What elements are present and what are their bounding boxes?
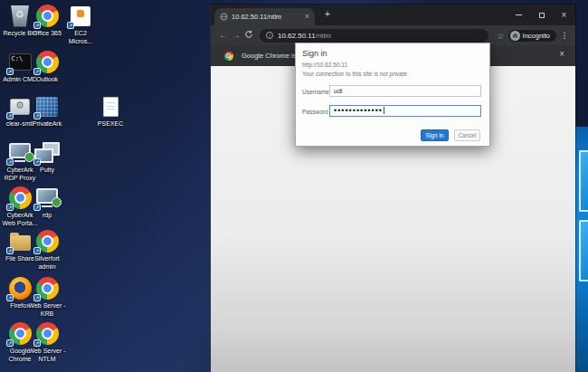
- bookmark-star-icon[interactable]: ☆: [497, 31, 505, 41]
- incognito-badge: Incognito: [508, 30, 556, 42]
- shortcut-arrow-badge: ↗: [33, 158, 41, 166]
- browser-tab[interactable]: 10.62.50.11/ntlm ×: [214, 8, 315, 25]
- rdp-icon-art: ↗: [32, 186, 62, 210]
- desktop-icon-label: Office 365: [28, 30, 66, 38]
- web-server-ntlm-icon-art: ↗: [32, 321, 62, 346]
- tab-close-icon[interactable]: ×: [305, 13, 309, 21]
- site-info-icon[interactable]: i: [266, 32, 273, 39]
- desktop-icon-psexec[interactable]: PSEXEC: [91, 94, 129, 129]
- desktop-icon-label: PrivateArk: [28, 120, 66, 129]
- shortcut-arrow-badge: ↗: [33, 294, 41, 301]
- desktop-icon-label: PSEXEC: [91, 120, 129, 129]
- desktop-icon-putty[interactable]: ↗Putty: [28, 140, 66, 175]
- ec2-micros-icon-art: ↗: [65, 4, 96, 28]
- psexec-icon-art: [95, 94, 126, 119]
- outlook-icon-art: ↗: [32, 50, 62, 74]
- url-path: /ntlm: [316, 32, 331, 40]
- desktop-screen: Recycle Bin↗Office 365↗EC2 Micros...↗Adm…: [0, 0, 588, 372]
- infobar-close-icon[interactable]: ×: [559, 49, 564, 59]
- dialog-privacy-warning: Your connection to this site is not priv…: [302, 71, 407, 77]
- minimize-icon: [516, 14, 522, 15]
- windows-logo-pane: [579, 220, 588, 281]
- address-bar[interactable]: i 10.62.50.11 /ntlm: [260, 29, 488, 43]
- cancel-button[interactable]: Cancel: [454, 129, 480, 141]
- monitor-icon: [36, 188, 58, 204]
- username-label: Username: [302, 89, 329, 95]
- window-controls: ×: [507, 5, 575, 25]
- shortcut-arrow-badge: ↗: [33, 247, 41, 254]
- chrome-window: 10.62.50.11/ntlm × + × ← → i 10.62.50.1: [211, 5, 575, 372]
- privateark-icon-art: ↗: [32, 94, 62, 119]
- desktop-icon-label: Outlook: [28, 76, 66, 84]
- maximize-button[interactable]: [530, 5, 553, 25]
- shortcut-arrow-badge: ↗: [6, 68, 14, 75]
- shortcut-arrow-badge: ↗: [33, 339, 41, 347]
- office-365-icon-art: ↗: [32, 4, 62, 28]
- desktop-icon-rdp[interactable]: ↗rdp: [28, 186, 66, 220]
- windows-logo-wallpaper: [574, 127, 588, 372]
- desktop-icon-label: Web Server - NTLM: [28, 348, 66, 363]
- desktop-icon-label: EC2 Micros...: [62, 30, 100, 45]
- shortcut-arrow-badge: ↗: [33, 204, 41, 211]
- username-value: udi: [334, 88, 342, 94]
- shortcut-arrow-badge: ↗: [6, 294, 14, 301]
- desktop-icon-outlook[interactable]: ↗Outlook: [28, 50, 66, 84]
- password-label: Password: [302, 109, 328, 115]
- menu-dots-icon[interactable]: ⋮: [560, 31, 569, 40]
- titlebar[interactable]: 10.62.50.11/ntlm × + ×: [211, 5, 575, 25]
- desktop-icon-label: Putty: [28, 167, 66, 175]
- tab-favicon-globe-icon: [220, 13, 228, 21]
- putty-icon-art: ↗: [32, 140, 62, 165]
- shortcut-arrow-badge: ↗: [6, 112, 14, 119]
- dialog-site-url: http://10.62.50.11: [302, 62, 347, 68]
- signin-dialog: Sign in http://10.62.50.11 Your connecti…: [295, 43, 490, 147]
- incognito-icon: [510, 31, 520, 41]
- reload-icon[interactable]: [242, 30, 255, 41]
- url-host: 10.62.50.11: [278, 32, 316, 40]
- incognito-label: Incognito: [523, 32, 550, 40]
- password-masked-value: •••••••••••••: [334, 107, 383, 115]
- recycle-icon: [11, 5, 29, 27]
- desktop-icon-web-server-ntlm[interactable]: ↗Web Server - NTLM: [28, 321, 66, 363]
- chrome-logo-icon: [224, 52, 233, 61]
- password-field[interactable]: •••••••••••••: [329, 105, 481, 117]
- shortcut-arrow-badge: ↗: [6, 339, 14, 347]
- text-cursor: [384, 107, 384, 114]
- desktop-icon-silverfort-admin[interactable]: ↗Silverfort admin: [28, 229, 66, 271]
- forward-icon[interactable]: →: [230, 31, 242, 40]
- desktop-icon-web-server-krb[interactable]: ↗Web Server - KRB: [28, 276, 66, 318]
- desktop-icon-label: rdp: [28, 212, 66, 220]
- desktop-icon-privateark[interactable]: ↗PrivateArk: [28, 94, 66, 129]
- minimize-button[interactable]: [507, 5, 530, 25]
- shortcut-arrow-badge: ↗: [67, 22, 74, 29]
- username-field[interactable]: udi: [329, 85, 481, 97]
- maximize-icon: [539, 13, 545, 18]
- dialog-title: Sign in: [302, 49, 327, 58]
- shortcut-arrow-badge: ↗: [6, 247, 14, 254]
- shortcut-arrow-badge: ↗: [6, 158, 14, 166]
- new-tab-button[interactable]: +: [321, 7, 334, 20]
- psexec-icon: [103, 97, 119, 117]
- shortcut-arrow-badge: ↗: [33, 112, 41, 119]
- close-button[interactable]: ×: [553, 5, 575, 25]
- shortcut-arrow-badge: ↗: [33, 68, 41, 75]
- windows-logo-pane: [579, 150, 588, 212]
- desktop-icon-label: Web Server - KRB: [28, 302, 66, 318]
- tab-title: 10.62.50.11/ntlm: [232, 13, 281, 21]
- web-server-krb-icon-art: ↗: [32, 276, 62, 300]
- shortcut-arrow-badge: ↗: [6, 204, 14, 211]
- signin-button[interactable]: Sign in: [421, 129, 449, 141]
- shortcut-arrow-badge: ↗: [33, 22, 41, 29]
- dialog-buttons: Sign in Cancel: [421, 129, 480, 141]
- desktop-icon-ec2-micros[interactable]: ↗EC2 Micros...: [62, 4, 100, 45]
- desktop-icon-office-365[interactable]: ↗Office 365: [28, 4, 66, 38]
- silverfort-admin-icon-art: ↗: [32, 229, 62, 253]
- back-icon[interactable]: ←: [217, 31, 230, 40]
- desktop-icon-label: Silverfort admin: [28, 255, 66, 271]
